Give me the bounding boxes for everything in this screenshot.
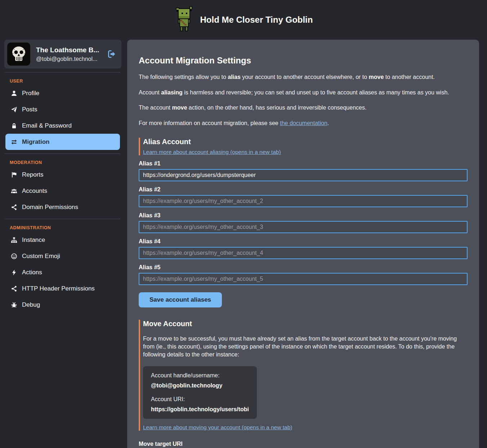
text: is harmless and reversible; you can set … xyxy=(183,89,449,96)
exchange-arrows-icon xyxy=(11,139,17,145)
sidebar-item-email-password[interactable]: Email & Password xyxy=(5,117,120,134)
alias-5-label: Alias #5 xyxy=(139,264,468,271)
sidebar-item-label: Custom Emoji xyxy=(22,253,60,260)
bold-text: move xyxy=(369,74,384,80)
content-panel: Account Migration Settings The following… xyxy=(127,40,479,448)
sidebar-section-administration: ADMINISTRATION xyxy=(0,223,125,232)
documentation-link[interactable]: the documentation xyxy=(280,120,327,126)
move-account-section: Move Account For a move to be successful… xyxy=(139,320,468,431)
lock-icon xyxy=(11,123,17,129)
account-details-box: Account handle/username: @tobi@goblin.te… xyxy=(143,366,257,419)
divider xyxy=(5,72,120,72)
sidebar-item-accounts[interactable]: Accounts xyxy=(5,183,120,199)
alias-2-input[interactable] xyxy=(139,195,468,207)
sidebar-item-actions[interactable]: Actions xyxy=(5,264,120,280)
intro-paragraph-3: The account move action, on the other ha… xyxy=(139,104,468,112)
user-meta: The Loathsome B... @tobi@goblin.technol.… xyxy=(36,46,101,62)
share-nodes-icon xyxy=(11,285,17,292)
intro-paragraph-4: For more information on account migratio… xyxy=(139,119,468,127)
alias-field-2: Alias #2 xyxy=(139,186,468,207)
sidebar-item-label: HTTP Header Permissions xyxy=(22,285,95,292)
user-icon xyxy=(11,90,17,97)
text: to another account. xyxy=(384,74,434,80)
text: Account xyxy=(139,89,161,96)
paper-plane-icon xyxy=(11,106,17,113)
account-uri-label: Account URI: xyxy=(151,396,249,403)
text: For more information on account migratio… xyxy=(139,120,280,126)
sidebar-item-label: Instance xyxy=(22,236,45,244)
intro-paragraph-2: Account aliasing is harmless and reversi… xyxy=(139,89,468,97)
user-card: The Loathsome B... @tobi@goblin.technol.… xyxy=(4,40,121,68)
text: The account xyxy=(139,105,172,111)
alias-learn-more-link[interactable]: Learn more about account aliasing (opens… xyxy=(143,149,281,155)
sidebar-item-label: Debug xyxy=(22,301,40,309)
bolt-icon xyxy=(11,269,17,276)
alias-1-label: Alias #1 xyxy=(139,160,468,167)
goblin-pixel-icon xyxy=(174,6,194,34)
sidebar-item-domain-permissions[interactable]: Domain Permissions xyxy=(5,199,120,215)
sidebar-item-label: Accounts xyxy=(22,187,47,195)
move-target-uri-label: Move target URI xyxy=(139,441,468,447)
text: . xyxy=(327,120,329,126)
share-nodes-icon xyxy=(11,204,17,210)
sidebar-item-label: Posts xyxy=(22,106,37,113)
user-display-name: The Loathsome B... xyxy=(36,46,101,54)
sidebar-item-label: Migration xyxy=(22,138,50,146)
move-account-heading: Move Account xyxy=(143,320,468,328)
bold-text: alias xyxy=(228,74,241,80)
move-learn-more-link[interactable]: Learn more about moving your account (op… xyxy=(143,424,292,430)
alias-1-input[interactable] xyxy=(139,169,468,181)
sidebar-item-debug[interactable]: Debug xyxy=(5,297,120,313)
sidebar-section-user: USER xyxy=(0,76,125,85)
alias-field-1: Alias #1 xyxy=(139,160,468,181)
sidebar-item-posts[interactable]: Posts xyxy=(5,101,120,117)
sidebar-item-label: Profile xyxy=(22,90,39,97)
avatar xyxy=(7,43,30,66)
divider xyxy=(5,219,120,219)
bold-text: aliasing xyxy=(161,89,183,96)
sidebar-item-label: Domain Permissions xyxy=(22,204,78,211)
alias-3-input[interactable] xyxy=(139,221,468,233)
sidebar-item-reports[interactable]: Reports xyxy=(5,167,120,183)
smiley-icon xyxy=(11,253,17,260)
sidebar: The Loathsome B... @tobi@goblin.technol.… xyxy=(0,40,125,313)
alias-3-label: Alias #3 xyxy=(139,212,468,219)
save-account-aliases-button[interactable]: Save account aliases xyxy=(139,292,222,307)
move-account-description: For a move to be successful, you must ha… xyxy=(143,335,467,358)
account-handle-value: @tobi@goblin.technology xyxy=(151,382,249,389)
sign-out-icon[interactable] xyxy=(107,49,116,59)
sidebar-item-instance[interactable]: Instance xyxy=(5,232,120,248)
page-title: Account Migration Settings xyxy=(139,56,468,66)
alias-account-section-header: Alias Account Learn more about account a… xyxy=(139,138,468,155)
text: your account to another account elsewher… xyxy=(241,74,369,80)
alias-field-3: Alias #3 xyxy=(139,212,468,233)
alias-4-input[interactable] xyxy=(139,247,468,259)
sidebar-item-profile[interactable]: Profile xyxy=(5,85,120,101)
text: The following settings allow you to xyxy=(139,74,228,80)
alias-field-4: Alias #4 xyxy=(139,238,468,259)
bold-text: move xyxy=(172,105,187,111)
sidebar-item-label: Actions xyxy=(22,269,42,276)
sidebar-item-migration[interactable]: Migration xyxy=(5,134,120,150)
alias-2-label: Alias #2 xyxy=(139,186,468,193)
alias-5-input[interactable] xyxy=(139,273,468,285)
alias-account-heading: Alias Account xyxy=(143,138,468,146)
text: action, on the other hand, has serious a… xyxy=(187,105,366,111)
sidebar-item-label: Reports xyxy=(22,171,44,178)
sidebar-item-label: Email & Password xyxy=(22,122,72,129)
flag-icon xyxy=(11,172,17,178)
sidebar-item-http-header-permissions[interactable]: HTTP Header Permissions xyxy=(5,280,120,297)
account-uri-value: https://goblin.technology/users/tobi xyxy=(151,406,249,413)
account-handle-label: Account handle/username: xyxy=(151,372,249,379)
users-icon xyxy=(11,188,17,194)
sidebar-section-moderation: MODERATION xyxy=(0,158,125,167)
header: Hold Me Closer Tiny Goblin xyxy=(0,0,487,40)
instance-title: Hold Me Closer Tiny Goblin xyxy=(200,15,313,25)
alias-4-label: Alias #4 xyxy=(139,238,468,245)
sitemap-icon xyxy=(11,237,17,243)
user-handle: @tobi@goblin.technol... xyxy=(36,56,101,62)
alias-field-5: Alias #5 xyxy=(139,264,468,285)
sidebar-item-custom-emoji[interactable]: Custom Emoji xyxy=(5,248,120,264)
bug-icon xyxy=(11,302,17,308)
divider xyxy=(5,154,120,154)
